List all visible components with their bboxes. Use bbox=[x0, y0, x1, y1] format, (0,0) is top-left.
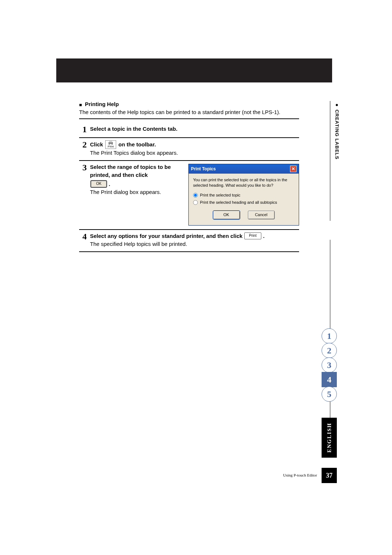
dialog-option-2[interactable]: Print the selected heading and all subto… bbox=[193, 199, 294, 206]
step-number: 1 bbox=[79, 125, 90, 134]
step-1-text: Select a topic in the Contents tab. bbox=[90, 126, 177, 132]
step-2-lead: Click bbox=[90, 141, 103, 149]
side-rule bbox=[330, 101, 330, 221]
page-tabs: 1 2 3 4 5 bbox=[322, 329, 337, 401]
dialog-option-1-label: Print the selected topic bbox=[200, 193, 240, 198]
step-4-lead: Select any options for your standard pri… bbox=[90, 232, 242, 240]
step-number: 2 bbox=[79, 140, 90, 149]
page-number: 37 bbox=[322, 468, 337, 483]
step-4-result: The specified Help topics will be printe… bbox=[90, 240, 299, 248]
page-tab-5[interactable]: 5 bbox=[322, 386, 337, 402]
step-1: 1 Select a topic in the Contents tab. bbox=[79, 123, 299, 138]
step-number: 3 bbox=[79, 163, 90, 172]
dialog-option-2-label: Print the selected heading and all subto… bbox=[200, 200, 277, 206]
step-4-period: . bbox=[263, 232, 265, 240]
footer-text: Using P-touch Editor bbox=[283, 473, 317, 477]
radio-heading-subtopics[interactable] bbox=[193, 200, 198, 205]
svg-rect-1 bbox=[109, 141, 112, 142]
page-tab-1[interactable]: 1 bbox=[322, 328, 337, 344]
side-caption-text: CREATING LABELS bbox=[334, 110, 340, 160]
print-icon-label: Print bbox=[108, 145, 114, 148]
dialog-option-1[interactable]: Print the selected topic bbox=[193, 192, 294, 199]
section-intro: The contents of the Help topics can be p… bbox=[79, 109, 299, 119]
page-content: ■ Printing Help The contents of the Help… bbox=[79, 101, 299, 252]
dialog-ok-button[interactable]: OK bbox=[213, 211, 240, 219]
page-tab-2[interactable]: 2 bbox=[322, 343, 337, 358]
dialog-body-text: You can print the selected topic or all … bbox=[193, 177, 294, 188]
step-2-trail: on the toolbar. bbox=[118, 141, 156, 149]
side-caption: ● CREATING LABELS bbox=[334, 102, 340, 159]
page-tab-3[interactable]: 3 bbox=[322, 357, 337, 373]
ok-button-inline[interactable]: OK bbox=[91, 181, 107, 187]
radio-selected-topic[interactable] bbox=[193, 193, 198, 198]
dialog-titlebar: Print Topics ✕ bbox=[189, 164, 299, 174]
print-topics-dialog: Print Topics ✕ You can print the selecte… bbox=[188, 164, 299, 226]
language-box: ENGLISH bbox=[322, 418, 337, 458]
step-2: 2 Click Print on the toolbar. The Print … bbox=[79, 138, 299, 161]
step-3-lead: Select the range of topics to be printed… bbox=[90, 163, 182, 179]
page-tab-4[interactable]: 4 bbox=[322, 372, 337, 387]
print-button-inline[interactable]: Print bbox=[244, 232, 261, 239]
close-icon[interactable]: ✕ bbox=[290, 166, 297, 172]
dialog-title-text: Print Topics bbox=[191, 166, 216, 172]
step-3-period: . bbox=[109, 180, 110, 188]
dialog-cancel-button[interactable]: Cancel bbox=[248, 211, 275, 219]
step-2-result: The Print Topics dialog box appears. bbox=[90, 149, 299, 157]
step-3-result: The Print dialog box appears. bbox=[90, 188, 182, 196]
step-number: 4 bbox=[79, 232, 90, 241]
section-title-text: Printing Help bbox=[85, 101, 119, 107]
step-3: 3 Select the range of topics to be print… bbox=[79, 161, 299, 230]
step-4: 4 Select any options for your standard p… bbox=[79, 230, 299, 252]
print-toolbar-icon[interactable]: Print bbox=[105, 140, 116, 149]
section-title: ■ Printing Help bbox=[79, 101, 299, 108]
top-header-band bbox=[56, 58, 332, 82]
